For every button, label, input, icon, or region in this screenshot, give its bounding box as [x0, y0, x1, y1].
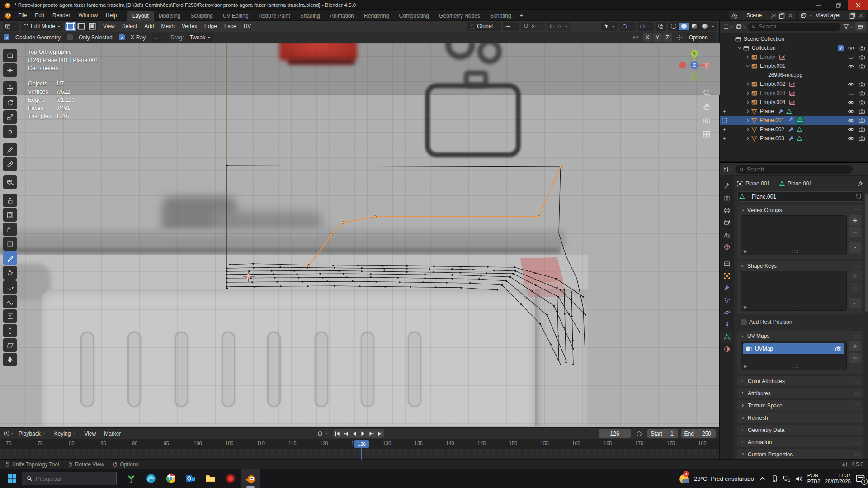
outliner-row-empty-002[interactable]: Empty.002	[720, 80, 868, 89]
outliner-row-26986-mid-jpg[interactable]: 26986-mid.jpg	[720, 71, 868, 80]
tool-transform[interactable]	[3, 125, 17, 138]
viewlayer-selector[interactable]: ViewLayer	[798, 11, 866, 20]
proportional-editing[interactable]	[547, 22, 571, 31]
frame-end-field[interactable]: End250	[681, 429, 716, 438]
taskbar-app-record[interactable]	[221, 469, 241, 488]
menu-edit[interactable]: Edit	[31, 12, 48, 19]
minimize-button[interactable]	[808, 0, 828, 10]
viewport-menu-view[interactable]: View	[99, 23, 118, 29]
render-visibility-icon[interactable]	[859, 108, 865, 115]
hide-viewport-icon[interactable]	[848, 81, 854, 88]
tool-extrude[interactable]	[3, 194, 17, 207]
outliner-filter-button[interactable]	[842, 22, 853, 31]
render-visibility-icon[interactable]	[859, 54, 865, 61]
outliner-row-plane[interactable]: Plane	[720, 107, 868, 116]
properties-scrollbar[interactable]	[865, 194, 868, 312]
properties-tab-data[interactable]	[721, 331, 733, 343]
remove-viewlayer-icon[interactable]	[858, 12, 864, 19]
zoom-view-button[interactable]	[700, 87, 713, 99]
breadcrumb-data[interactable]: Plane.001	[788, 180, 812, 187]
new-scene-icon[interactable]	[778, 12, 785, 19]
hide-viewport-icon[interactable]	[848, 108, 854, 115]
viewport-menu-vertex[interactable]: Vertex	[178, 23, 201, 29]
remove-vertex-group-button[interactable]	[849, 227, 861, 237]
properties-tab-tool[interactable]	[721, 180, 733, 192]
outliner-search[interactable]	[748, 23, 840, 31]
tool-shear[interactable]	[3, 338, 17, 352]
vertex-select-button[interactable]	[65, 22, 76, 31]
add-workspace-button[interactable]: +	[516, 11, 527, 21]
panel-texture-space[interactable]: Texture Space::::	[737, 400, 863, 411]
outliner-row-plane-001[interactable]: Plane.001	[720, 116, 868, 125]
shape-keys-list[interactable]: ▶::::	[741, 271, 847, 311]
tool-inset-faces[interactable]	[3, 208, 17, 222]
outliner-filter-mode-button[interactable]	[735, 22, 746, 31]
tab-rendering[interactable]: Rendering	[359, 11, 394, 21]
tab-geometry-nodes[interactable]: Geometry Nodes	[434, 11, 485, 21]
tool-tweak-select[interactable]	[3, 49, 17, 62]
play-reverse-button[interactable]	[350, 429, 359, 438]
timeline-editor-type-button[interactable]	[3, 429, 14, 438]
tab-compositing[interactable]: Compositing	[394, 11, 434, 21]
shape-keys-header[interactable]: Shape Keys ::::	[737, 261, 863, 271]
editor-type-button[interactable]	[3, 22, 19, 31]
tab-layout[interactable]: Layout	[127, 11, 154, 21]
expand-icon[interactable]	[745, 126, 751, 133]
viewport-menu-uv[interactable]: UV	[240, 23, 255, 29]
tool-edge-slide[interactable]	[3, 309, 17, 323]
jump-to-start-button[interactable]	[333, 429, 341, 438]
render-visibility-icon[interactable]	[859, 126, 865, 133]
next-keyframe-button[interactable]	[367, 429, 376, 438]
occlude-geometry-checkbox[interactable]	[4, 34, 9, 40]
tool-loop-cut[interactable]	[3, 237, 17, 251]
timeline-menu-playback[interactable]: Playback	[14, 430, 50, 437]
use-preview-range-button[interactable]	[634, 429, 645, 438]
remove-shape-key-button[interactable]	[849, 283, 861, 293]
tool-rip-region[interactable]	[3, 353, 17, 366]
remove-uvmap-button[interactable]	[849, 353, 861, 363]
render-visibility-icon[interactable]	[859, 117, 865, 124]
volume-icon[interactable]	[795, 475, 803, 483]
panel-remesh[interactable]: Remesh::::	[737, 412, 863, 423]
add-rest-position-checkbox[interactable]	[741, 319, 747, 325]
taskbar-search[interactable]	[22, 472, 117, 485]
fake-user-shield-icon[interactable]	[855, 193, 862, 200]
viewport-menu-select[interactable]: Select	[118, 23, 141, 29]
tab-uv-editing[interactable]: UV Editing	[218, 11, 254, 21]
hide-viewport-icon[interactable]	[848, 117, 854, 124]
tool-knife[interactable]	[3, 251, 17, 265]
expand-icon[interactable]	[745, 81, 751, 87]
pin-icon[interactable]	[770, 12, 777, 19]
panel-color-attributes[interactable]: Color Attributes::::	[737, 376, 863, 386]
panel-grip[interactable]: ::::	[854, 452, 860, 457]
properties-tab-particles[interactable]	[721, 294, 733, 306]
properties-tab-viewlayer[interactable]	[721, 216, 733, 228]
edge-select-button[interactable]	[76, 22, 87, 31]
taskbar-app-plant[interactable]	[121, 469, 141, 488]
show-object-types-dropdown[interactable]	[601, 22, 618, 31]
outliner-row-empty[interactable]: Empty	[720, 52, 868, 62]
add-shape-key-button[interactable]	[849, 271, 861, 281]
hide-viewport-icon[interactable]	[848, 63, 854, 70]
render-visibility-icon[interactable]	[859, 99, 865, 106]
breadcrumb-object[interactable]: Plane.001	[745, 180, 770, 187]
collection-checkbox[interactable]	[838, 45, 844, 51]
new-collection-button[interactable]	[855, 22, 866, 31]
render-visibility-icon[interactable]	[859, 90, 865, 97]
properties-tab-collection[interactable]	[721, 257, 733, 270]
tool-spin[interactable]	[3, 280, 17, 294]
tool-shrink-fatten[interactable]	[3, 324, 17, 337]
hide-viewport-icon[interactable]	[848, 126, 854, 133]
keying-dropdown[interactable]	[324, 429, 330, 438]
expand-icon[interactable]	[745, 54, 751, 60]
render-camera-icon[interactable]	[835, 346, 842, 352]
outliner-row-plane-002[interactable]: Plane.002	[720, 125, 868, 134]
viewport-canvas[interactable]: Top Orthographic (126) Plane.001 | Plane…	[0, 43, 720, 426]
properties-tab-modifiers[interactable]	[721, 282, 733, 294]
solid-shading-button[interactable]	[679, 23, 689, 30]
outliner-row-scene-collection[interactable]: Scene Collection	[720, 34, 868, 43]
panel-attributes[interactable]: Attributes::::	[737, 388, 863, 398]
only-selected-checkbox[interactable]	[67, 34, 73, 40]
hide-viewport-icon[interactable]	[848, 54, 854, 61]
rendered-shading-button[interactable]	[699, 23, 710, 30]
